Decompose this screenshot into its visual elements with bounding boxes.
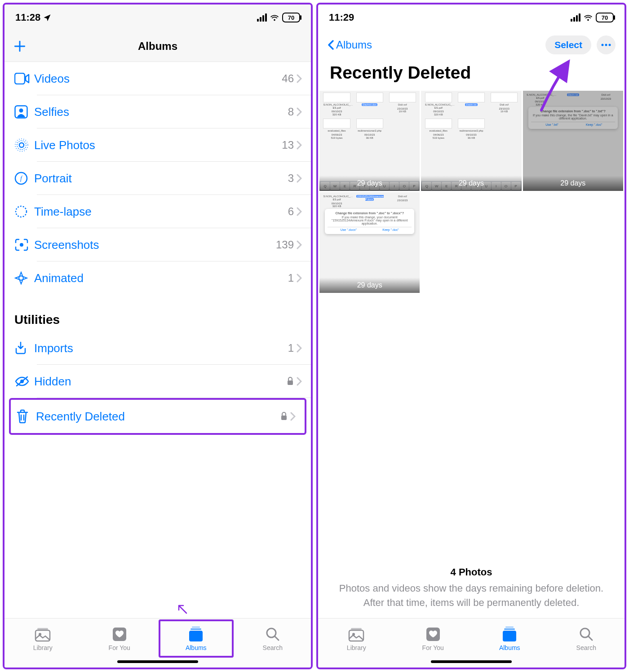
back-button[interactable]: Albums (327, 39, 372, 51)
svg-line-22 (275, 637, 279, 640)
battery-icon: 70 (282, 13, 300, 22)
tab-search[interactable]: Search (548, 619, 625, 659)
nav-title: Albums (138, 40, 177, 53)
row-count: 8 (288, 106, 294, 118)
days-remaining-label: 29 days (421, 176, 521, 191)
svg-rect-18 (189, 631, 203, 641)
ellipsis-icon (601, 44, 611, 46)
svg-point-23 (602, 44, 604, 46)
svg-point-2 (19, 109, 23, 113)
chevron-right-icon (297, 274, 302, 283)
row-portrait[interactable]: f Portrait 3 (4, 162, 311, 195)
status-bar: 11:29 70 (318, 4, 625, 31)
status-time: 11:29 (329, 12, 354, 23)
row-hidden[interactable]: Hidden (4, 365, 311, 398)
eye-slash-icon (14, 376, 34, 387)
chevron-right-icon (297, 207, 302, 216)
row-recently-deleted[interactable]: Recently Deleted (11, 400, 305, 433)
row-screenshots[interactable]: Screenshots 139 (4, 228, 311, 261)
row-label: Live Photos (34, 138, 282, 152)
photo-thumbnail[interactable]: S.NON_ALCOHOLIC_…ES.pdf09/10/23320 KB Da… (319, 91, 420, 191)
row-timelapse[interactable]: Time-lapse 6 (4, 195, 311, 228)
search-icon (265, 626, 280, 642)
chevron-right-icon (297, 107, 302, 116)
footer-body: Photos and videos show the days remainin… (339, 583, 603, 608)
row-count: 1 (288, 342, 294, 354)
search-icon (579, 626, 594, 642)
days-remaining-label: 29 days (523, 176, 623, 191)
aperture-icon: f (14, 172, 34, 185)
svg-point-3 (19, 143, 24, 147)
svg-rect-32 (505, 627, 514, 628)
highlight-recently-deleted: Recently Deleted (9, 398, 306, 435)
tab-label: For You (109, 644, 130, 651)
albums-list: Videos 46 Selfies 8 Live Photos 13 f (4, 62, 311, 618)
row-label: Videos (34, 72, 282, 86)
svg-rect-26 (349, 630, 363, 641)
chevron-right-icon (297, 240, 302, 249)
svg-text:f: f (20, 175, 23, 182)
tab-library[interactable]: Library (318, 619, 395, 659)
tab-label: Search (263, 644, 283, 651)
row-count: 13 (282, 139, 294, 151)
tab-library[interactable]: Library (4, 619, 81, 659)
svg-rect-0 (15, 73, 25, 84)
row-videos[interactable]: Videos 46 (4, 62, 311, 95)
tab-foryou[interactable]: For You (395, 619, 472, 659)
more-button[interactable] (597, 35, 616, 54)
row-label: Recently Deleted (36, 410, 280, 424)
tab-albums[interactable]: Albums (158, 619, 235, 659)
left-phone-frame: 11:28 70 Albums Videos (3, 3, 313, 669)
foryou-icon (111, 626, 128, 642)
chevron-right-icon (297, 141, 302, 150)
trash-icon (16, 409, 36, 424)
svg-line-34 (589, 637, 592, 640)
tab-search[interactable]: Search (235, 619, 311, 659)
chevron-right-icon (297, 344, 302, 353)
svg-rect-30 (503, 631, 516, 641)
cellular-signal-icon (257, 13, 267, 22)
home-indicator (431, 660, 512, 663)
albums-icon (501, 626, 518, 642)
library-icon (347, 626, 365, 642)
photo-thumbnail[interactable]: S.NON_ALCOHOLIC_…ES.pdf09/10/23320 KB 15… (319, 192, 420, 292)
row-animated[interactable]: Animated 1 (4, 261, 311, 295)
tab-foryou[interactable]: For You (81, 619, 158, 659)
location-icon (43, 13, 51, 22)
svg-rect-19 (190, 628, 201, 630)
row-label: Screenshots (34, 238, 276, 252)
select-button[interactable]: Select (545, 35, 591, 54)
row-live-photos[interactable]: Live Photos 13 (4, 128, 311, 162)
video-icon (14, 73, 34, 84)
battery-icon: 70 (596, 13, 614, 22)
photo-thumbnail[interactable]: S.NON_ALCOHOLIC_…ES.pdf09/10/23320 KB Da… (523, 91, 623, 191)
tab-albums[interactable]: Albums (471, 619, 548, 659)
nav-bar: Albums (4, 31, 311, 62)
timelapse-icon (14, 205, 34, 218)
photo-grid: S.NON_ALCOHOLIC_…ES.pdf09/10/23320 KB Da… (318, 91, 625, 293)
row-imports[interactable]: Imports 1 (4, 332, 311, 365)
import-icon (14, 341, 34, 355)
nav-bar: Albums Select (318, 31, 625, 59)
person-square-icon (14, 105, 34, 119)
row-label: Selfies (34, 105, 288, 119)
add-album-button[interactable] (13, 39, 27, 53)
photo-thumbnail[interactable]: S.NON_ALCOHOLIC_…ES.pdf09/10/23320 KB Da… (421, 91, 521, 191)
screenshot-icon (14, 239, 34, 251)
tab-label: Search (576, 644, 596, 651)
row-selfies[interactable]: Selfies 8 (4, 95, 311, 128)
utilities-header: Utilities (4, 295, 311, 332)
wifi-icon (270, 13, 279, 22)
svg-rect-31 (504, 628, 515, 630)
footer-info: 4 Photos Photos and videos show the days… (318, 561, 625, 618)
chevron-right-icon (297, 377, 302, 386)
home-indicator (117, 660, 198, 663)
svg-point-24 (605, 44, 607, 46)
chevron-left-icon (327, 40, 334, 50)
svg-rect-15 (37, 628, 48, 630)
row-count: 46 (282, 72, 294, 85)
row-label: Animated (34, 271, 288, 285)
right-phone-frame: 11:29 70 Albums Select Recently Deleted (316, 3, 626, 669)
lock-icon (280, 412, 288, 421)
row-count: 1 (288, 272, 294, 284)
